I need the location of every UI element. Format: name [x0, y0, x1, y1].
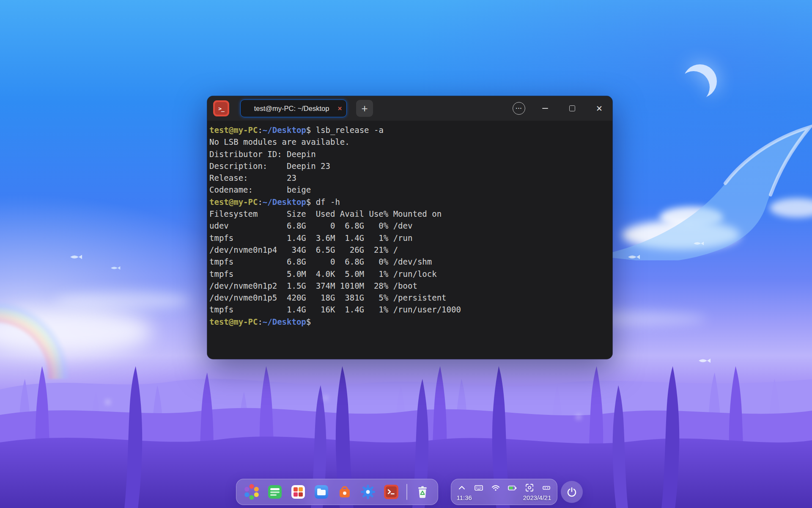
app-store-icon — [335, 483, 354, 501]
power-button[interactable] — [561, 481, 583, 503]
terminal-line: tmpfs 1.4G 16K 1.4G 1% /run/user/1000 — [209, 304, 610, 315]
dock-tray: 11:36 2023/4/21 — [451, 479, 557, 505]
dock-terminal-button[interactable] — [381, 482, 401, 502]
launcher-icon — [242, 483, 261, 501]
dock-separator — [406, 484, 407, 500]
dock-app-store-button[interactable] — [335, 482, 354, 502]
close-icon: ✕ — [596, 105, 603, 113]
wifi-icon — [491, 483, 500, 492]
terminal-line: test@my-PC:~/Desktop$ lsb_release -a — [209, 124, 610, 136]
terminal-line: Description: Deepin 23 — [209, 160, 610, 172]
tray-battery-button[interactable] — [508, 483, 518, 493]
terminal-line: tmpfs 6.8G 0 6.8G 0% /dev/shm — [209, 256, 610, 268]
terminal-titlebar[interactable]: >_ test@my-PC: ~/Desktop ✕ + ··· ✕ — [207, 96, 612, 121]
terminal-app-icon: >_ — [213, 100, 229, 116]
dock-launcher-button[interactable] — [242, 482, 261, 502]
terminal-line: Filesystem Size Used Avail Use% Mounted … — [209, 208, 610, 220]
fish-icon — [70, 254, 83, 260]
tray-plugin-button[interactable] — [541, 483, 551, 493]
maximize-button[interactable] — [565, 101, 579, 116]
moon-icon — [677, 59, 723, 106]
tray-keyboard-button[interactable] — [474, 483, 484, 493]
keyboard-icon — [474, 483, 483, 492]
terminal-icon — [382, 483, 401, 501]
terminal-window: >_ test@my-PC: ~/Desktop ✕ + ··· ✕ test@… — [207, 96, 612, 359]
terminal-prompt-glyph: >_ — [218, 105, 224, 112]
home-app-icon — [266, 483, 284, 501]
maximize-icon — [569, 105, 575, 111]
dock-control-center-button[interactable] — [358, 482, 378, 502]
terminal-line: tmpfs 1.4G 3.6M 1.4G 1% /run — [209, 232, 610, 244]
dock-home-button[interactable] — [265, 482, 285, 502]
tray-datetime[interactable]: 11:36 2023/4/21 — [457, 494, 551, 501]
screenshot-icon — [525, 483, 534, 492]
plugin-icon — [542, 483, 551, 492]
dock-trash-button[interactable] — [413, 482, 432, 502]
tray-wifi-button[interactable] — [491, 483, 501, 493]
ellipsis-icon: ··· — [516, 105, 522, 111]
terminal-tab[interactable]: test@my-PC: ~/Desktop ✕ — [240, 99, 347, 117]
terminal-line: tmpfs 5.0M 4.0K 5.0M 1% /run/lock — [209, 268, 610, 280]
app-grid-icon — [289, 483, 307, 501]
close-button[interactable]: ✕ — [592, 101, 606, 116]
terminal-line: udev 6.8G 0 6.8G 0% /dev — [209, 220, 610, 232]
terminal-line: /dev/nvme0n1p4 34G 6.5G 26G 21% / — [209, 244, 610, 256]
terminal-line: test@my-PC:~/Desktop$ — [209, 316, 610, 328]
terminal-line: /dev/nvme0n1p2 1.5G 374M 1010M 28% /boot — [209, 280, 610, 292]
dock: 11:36 2023/4/21 — [6, 478, 812, 505]
terminal-line: No LSB modules are available. — [209, 136, 610, 148]
control-center-icon — [359, 483, 377, 501]
desktop: >_ test@my-PC: ~/Desktop ✕ + ··· ✕ test@… — [0, 0, 812, 508]
fish-icon — [694, 241, 705, 246]
tray-date: 2023/4/21 — [523, 494, 551, 501]
fish-icon — [111, 265, 121, 271]
dock-file-manager-button[interactable] — [312, 482, 331, 502]
terminal-line: test@my-PC:~/Desktop$ df -h — [209, 196, 610, 208]
terminal-line: Codename: beige — [209, 184, 610, 196]
tray-time: 11:36 — [457, 494, 472, 501]
terminal-output[interactable]: test@my-PC:~/Desktop$ lsb_release -aNo L… — [207, 121, 612, 359]
dock-app-grid-button[interactable] — [288, 482, 308, 502]
terminal-line: /dev/nvme0n1p5 420G 18G 381G 5% /persist… — [209, 292, 610, 304]
chevron-up-icon — [457, 483, 466, 492]
minimize-icon — [542, 108, 548, 109]
tray-icons-row — [457, 483, 551, 493]
tab-close-icon[interactable]: ✕ — [337, 105, 342, 112]
trash-icon — [413, 483, 432, 501]
dock-apps — [236, 479, 438, 505]
file-manager-icon — [312, 483, 331, 501]
tray-expand-button[interactable] — [457, 483, 467, 493]
tray-screenshot-button[interactable] — [524, 483, 535, 493]
terminal-line: Distributor ID: Deepin — [209, 148, 610, 160]
new-tab-button[interactable]: + — [356, 100, 373, 117]
fish-icon — [628, 254, 641, 260]
wave-decoration — [588, 121, 812, 260]
menu-button[interactable]: ··· — [513, 102, 525, 115]
power-icon — [566, 486, 577, 497]
tab-title: test@my-PC: ~/Desktop — [248, 105, 335, 113]
minimize-button[interactable] — [538, 101, 552, 116]
terminal-line: Release: 23 — [209, 172, 610, 184]
battery-icon — [508, 483, 518, 492]
